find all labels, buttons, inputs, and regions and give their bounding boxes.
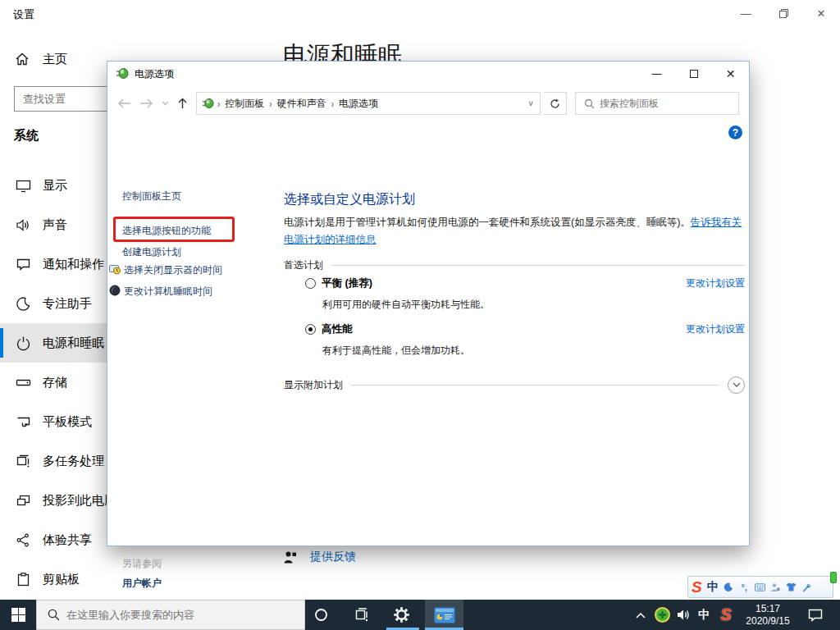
- control-panel-home-link[interactable]: 控制面板主页: [122, 189, 181, 203]
- restore-icon: [779, 9, 788, 18]
- home-icon: [15, 52, 31, 66]
- high-performance-radio[interactable]: [305, 324, 316, 335]
- taskbar-active-app[interactable]: [425, 600, 463, 630]
- preferred-plans-section: 首选计划: [284, 258, 745, 272]
- user-icon[interactable]: [770, 582, 781, 592]
- chevron-down-icon: [733, 382, 741, 388]
- search-icon: [48, 609, 60, 621]
- preferred-plans-label: 首选计划: [284, 258, 323, 272]
- sidebar-item-label: 存储: [43, 375, 67, 390]
- control-panel-search-input[interactable]: [600, 98, 738, 109]
- skin-shirt-icon[interactable]: [786, 582, 797, 591]
- tray-sogou-icon[interactable]: S: [714, 600, 738, 630]
- power-toolbar: › 控制面板 › 硬件和声音 › 电源选项 ˅: [107, 86, 749, 121]
- plan-name[interactable]: 高性能: [322, 322, 353, 336]
- refresh-button[interactable]: [544, 92, 567, 115]
- forward-icon[interactable]: [139, 98, 153, 108]
- projecting-icon: [15, 492, 31, 509]
- plan-name[interactable]: 平衡 (推荐): [322, 276, 372, 290]
- speaker-icon: [677, 609, 691, 621]
- change-plan-settings-link[interactable]: 更改计划设置: [686, 276, 745, 290]
- back-icon[interactable]: [117, 98, 131, 108]
- change-plan-settings-link[interactable]: 更改计划设置: [686, 322, 745, 336]
- windows-logo-icon: [11, 608, 25, 622]
- storage-icon: [15, 374, 31, 390]
- control-panel-search-box[interactable]: [575, 92, 739, 115]
- taskbar-search-input[interactable]: [66, 609, 304, 621]
- power-content: ? 选择或自定义电源计划 电源计划是用于管理计算机如何使用电源的一套硬件和系统设…: [284, 121, 745, 546]
- power-left-panel: 控制面板主页 选择电源按钮的功能 创建电源计划 选择关闭显示器的时间 更改计算机…: [107, 121, 276, 546]
- breadcrumb-power-options[interactable]: 电源选项: [339, 97, 378, 111]
- power-maximize-button[interactable]: [675, 62, 712, 86]
- feedback-link[interactable]: 提供反馈: [283, 550, 356, 564]
- see-also-header: 另请参阅: [122, 557, 162, 571]
- sidebar-item-label: 投影到此电脑: [43, 493, 116, 509]
- breadcrumb[interactable]: › 控制面板 › 硬件和声音 › 电源选项 ˅: [196, 92, 541, 115]
- desktop: 设置 — ✕ 电源和睡眠 主页 系统 显示 声音: [0, 0, 840, 630]
- ime-indicator[interactable]: 中: [693, 600, 714, 630]
- task-view-button[interactable]: [343, 600, 379, 630]
- notifications-icon: [15, 256, 31, 272]
- clock-time: 15:17: [742, 603, 793, 615]
- breadcrumb-hardware-sound[interactable]: 硬件和声音: [277, 97, 326, 111]
- breadcrumb-control-panel[interactable]: 控制面板: [225, 97, 264, 111]
- action-center-icon: [808, 609, 823, 622]
- plan-row-high-performance: 高性能 更改计划设置: [305, 322, 745, 336]
- breadcrumb-separator: ›: [331, 98, 334, 108]
- power-options-breadcrumb-icon: [202, 98, 214, 110]
- create-power-plan-link[interactable]: 创建电源计划: [122, 245, 181, 259]
- plan-row-balanced: 平衡 (推荐) 更改计划设置: [305, 276, 745, 290]
- expand-plans-button[interactable]: [728, 377, 745, 394]
- sogou-logo-icon[interactable]: S: [692, 579, 702, 595]
- display-icon: [15, 177, 31, 194]
- section-divider: [351, 385, 719, 386]
- sogou-s-glyph: S: [720, 605, 731, 624]
- settings-minimize-button[interactable]: —: [727, 0, 765, 26]
- keyboard-icon[interactable]: [755, 583, 765, 591]
- taskbar-clock[interactable]: 15:17 2020/9/15: [742, 603, 793, 628]
- chevron-up-icon: [636, 612, 646, 619]
- user-accounts-link[interactable]: 用户帐户: [122, 577, 162, 591]
- description-text: 电源计划是用于管理计算机如何使用电源的一套硬件和系统设置(如显示器亮度、睡眠等)…: [284, 217, 691, 228]
- action-center-button[interactable]: [797, 600, 833, 630]
- tablet-mode-icon: [15, 413, 31, 430]
- sidebar-item-label: 体验共享: [43, 532, 92, 548]
- power-minimize-button[interactable]: —: [638, 62, 675, 86]
- power-sleep-icon: [15, 335, 31, 351]
- plan-description: 有利于提高性能，但会增加功耗。: [322, 344, 470, 358]
- recent-pages-chevron-icon[interactable]: [162, 101, 169, 106]
- sleep-time-icon: [109, 285, 121, 296]
- battery-status-icon[interactable]: [830, 572, 837, 583]
- start-button[interactable]: [0, 600, 36, 630]
- settings-close-button[interactable]: ✕: [802, 0, 840, 26]
- power-titlebar[interactable]: 电源选项 — ✕: [107, 62, 749, 86]
- balanced-radio[interactable]: [305, 278, 316, 289]
- settings-section-header: 系统: [14, 128, 39, 144]
- sleep-time-link[interactable]: 更改计算机睡眠时间: [124, 285, 212, 299]
- volume-button[interactable]: [671, 600, 696, 630]
- breadcrumb-separator: ›: [269, 98, 272, 108]
- power-buttons-function-link[interactable]: 选择电源按钮的功能: [122, 224, 211, 238]
- settings-restore-button[interactable]: [765, 0, 802, 26]
- tray-show-hidden-button[interactable]: [628, 600, 653, 630]
- ime-mode-toggle[interactable]: 中: [707, 580, 719, 595]
- sidebar-item-label: 电源和睡眠: [43, 336, 104, 351]
- moon-icon[interactable]: [724, 582, 734, 592]
- sidebar-item-label: 通知和操作: [43, 257, 104, 272]
- punctuation-icon[interactable]: °,: [739, 582, 750, 592]
- content-description: 电源计划是用于管理计算机如何使用电源的一套硬件和系统设置(如显示器亮度、睡眠等)…: [284, 214, 745, 249]
- ime-indicator-label: 中: [698, 608, 710, 623]
- display-off-time-link[interactable]: 选择关闭显示器的时间: [124, 263, 222, 277]
- wrench-icon[interactable]: [801, 582, 812, 592]
- sidebar-item-label: 平板模式: [43, 414, 92, 430]
- taskbar-search-box[interactable]: [36, 600, 305, 630]
- help-button[interactable]: ?: [728, 126, 742, 139]
- power-close-button[interactable]: ✕: [712, 62, 749, 86]
- up-icon[interactable]: [177, 98, 188, 109]
- tray-antivirus-icon[interactable]: [651, 600, 673, 630]
- breadcrumb-dropdown-chevron-icon[interactable]: ˅: [528, 99, 533, 108]
- multitasking-icon: [15, 453, 31, 469]
- cortana-button[interactable]: [303, 600, 339, 630]
- sidebar-item-label: 声音: [43, 217, 67, 233]
- taskbar-settings-app[interactable]: [383, 600, 419, 630]
